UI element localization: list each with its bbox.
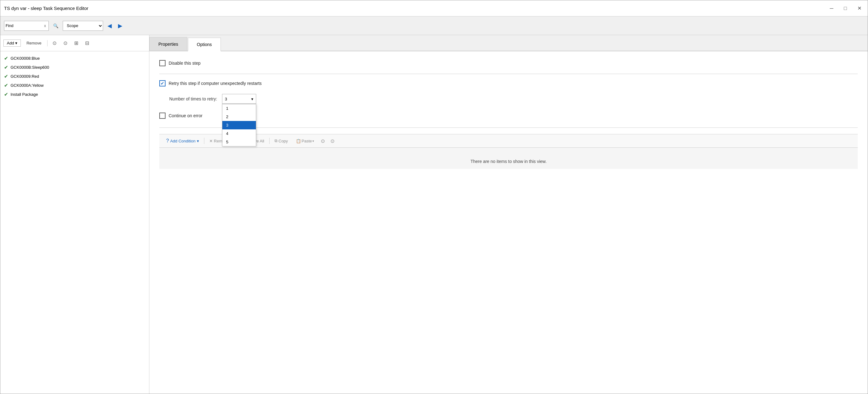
back-button[interactable]: ◀ [105, 22, 114, 30]
list-item[interactable]: ✔ Install Package [2, 90, 148, 99]
check-icon: ✔ [4, 64, 8, 70]
search-box: x [4, 21, 49, 31]
paste-chevron-icon: ▾ [312, 139, 314, 143]
add-condition-label: Add Condition [170, 139, 196, 143]
conditions-separator [159, 128, 858, 128]
retry-times-dropdown[interactable]: 3 ▾ [222, 94, 256, 104]
sidebar-toolbar: Add ▾ Remove ⊙ ⊙ ⊞ ⊟ [0, 35, 149, 51]
check-icon: ✔ [4, 55, 8, 61]
retry-times-dropdown-list: 1 2 3 4 5 [222, 104, 256, 146]
retry-option-2[interactable]: 2 [222, 113, 256, 121]
tab-options[interactable]: Options [188, 38, 221, 51]
tab-properties[interactable]: Properties [149, 37, 187, 51]
list-item-label: GCK0000A:Yellow [10, 83, 43, 88]
retry-times-dropdown-container: 3 ▾ 1 2 3 4 5 [222, 94, 256, 104]
retry-times-row: Number of times to retry: 3 ▾ 1 2 3 4 5 [169, 94, 858, 104]
retry-step-label: Retry this step if computer unexpectedly… [168, 81, 262, 86]
content-panel: Properties Options Disable this step [149, 35, 868, 394]
check-icon: ✔ [4, 82, 8, 88]
retry-option-1[interactable]: 1 [222, 104, 256, 113]
paste-icon: 📋 [296, 139, 301, 143]
continue-error-label: Continue on error [168, 113, 203, 118]
retry-check-mark: ✔ [160, 81, 164, 86]
top-toolbar: x 🔍 Scope All Current ◀ ▶ [0, 17, 868, 35]
clear-search-button[interactable]: x [43, 24, 47, 28]
search-button[interactable]: 🔍 [51, 23, 60, 29]
conditions-copy-button[interactable]: ⧉ Copy [272, 137, 291, 145]
copy-icon: ⧉ [275, 138, 277, 143]
disable-step-checkbox-container: Disable this step [159, 60, 200, 66]
list-item[interactable]: ✔ GCK0000B:Sleep600 [2, 63, 148, 72]
expand-button[interactable]: ⊞ [72, 39, 80, 47]
tab-options-label: Options [197, 42, 212, 47]
conditions-paste-button[interactable]: 📋 Paste ▾ [293, 137, 317, 145]
tabs: Properties Options [149, 35, 868, 51]
retry-option-3[interactable]: 3 [222, 121, 256, 129]
conditions-copy-label: Copy [279, 139, 288, 143]
add-condition-icon: ? [166, 138, 169, 144]
list-item[interactable]: ✔ GCK0000A:Yellow [2, 81, 148, 90]
retry-step-checkbox[interactable]: ✔ [159, 80, 165, 86]
conditions-empty-text: There are no items to show in this view. [470, 153, 547, 164]
retry-step-checkbox-container: ✔ Retry this step if computer unexpected… [159, 80, 262, 86]
list-item[interactable]: ✔ GCK00008:Blue [2, 54, 148, 63]
add-button[interactable]: Add ▾ [3, 39, 21, 47]
main-area: Add ▾ Remove ⊙ ⊙ ⊞ ⊟ ✔ GCK00008:Blue ✔ G… [0, 35, 868, 394]
move-down-button[interactable]: ⊙ [61, 39, 69, 47]
list-item-label: GCK00009:Red [10, 74, 39, 79]
main-window: TS dyn var - sleep Task Sequence Editor … [0, 0, 868, 394]
options-body: Disable this step ✔ Retry this step if c… [149, 51, 868, 394]
restore-button[interactable]: □ [841, 5, 849, 12]
retry-option-4[interactable]: 4 [222, 129, 256, 138]
remove-x-icon: ✕ [209, 139, 213, 143]
list-item-label: GCK00008:Blue [10, 56, 40, 61]
minimize-button[interactable]: ─ [827, 5, 836, 12]
window-controls: ─ □ ✕ [827, 5, 864, 12]
cond-toolbar-divider-3 [269, 138, 270, 144]
title-bar: TS dyn var - sleep Task Sequence Editor … [0, 0, 868, 17]
conditions-move-down-button[interactable]: ⊙ [329, 137, 336, 145]
window-title: TS dyn var - sleep Task Sequence Editor [4, 6, 89, 11]
conditions-move-up-button[interactable]: ⊙ [319, 137, 327, 145]
list-item-label: Install Package [10, 92, 38, 97]
add-label: Add [7, 41, 14, 46]
separator [159, 74, 858, 74]
disable-step-checkbox[interactable] [159, 60, 165, 66]
disable-step-label: Disable this step [168, 61, 200, 66]
collapse-button[interactable]: ⊟ [83, 39, 91, 47]
find-input[interactable] [6, 23, 43, 28]
retry-step-row: ✔ Retry this step if computer unexpected… [159, 80, 858, 86]
retry-times-label: Number of times to retry: [169, 96, 217, 102]
continue-error-checkbox-container: Continue on error [159, 113, 203, 119]
sidebar-toolbar-divider [47, 40, 48, 46]
retry-times-value: 3 [225, 97, 227, 102]
disable-step-row: Disable this step [159, 60, 858, 66]
dropdown-chevron-icon: ▾ [251, 97, 253, 102]
conditions-list: There are no items to show in this view. [159, 148, 858, 169]
sidebar-list: ✔ GCK00008:Blue ✔ GCK0000B:Sleep600 ✔ GC… [0, 51, 149, 394]
sidebar: Add ▾ Remove ⊙ ⊙ ⊞ ⊟ ✔ GCK00008:Blue ✔ G… [0, 35, 149, 394]
list-item[interactable]: ✔ GCK00009:Red [2, 72, 148, 81]
tab-properties-label: Properties [158, 42, 178, 47]
retry-option-5[interactable]: 5 [222, 138, 256, 146]
remove-button[interactable]: Remove [24, 40, 44, 46]
check-icon: ✔ [4, 74, 8, 79]
conditions-toolbar: ? Add Condition ▾ ✕ Remove ✕ Remove All [159, 134, 858, 148]
continue-error-row: Continue on error [159, 113, 858, 119]
check-icon: ✔ [4, 91, 8, 97]
move-up-button[interactable]: ⊙ [51, 39, 58, 47]
add-condition-button[interactable]: ? Add Condition ▾ [163, 137, 202, 145]
continue-error-checkbox[interactable] [159, 113, 165, 119]
close-button[interactable]: ✕ [855, 5, 864, 12]
add-condition-chevron-icon: ▾ [197, 139, 199, 143]
add-chevron-icon: ▾ [15, 41, 18, 46]
conditions-paste-label: Paste [302, 139, 312, 143]
forward-button[interactable]: ▶ [116, 22, 124, 30]
scope-dropdown[interactable]: Scope All Current [63, 21, 103, 31]
list-item-label: GCK0000B:Sleep600 [10, 65, 49, 69]
